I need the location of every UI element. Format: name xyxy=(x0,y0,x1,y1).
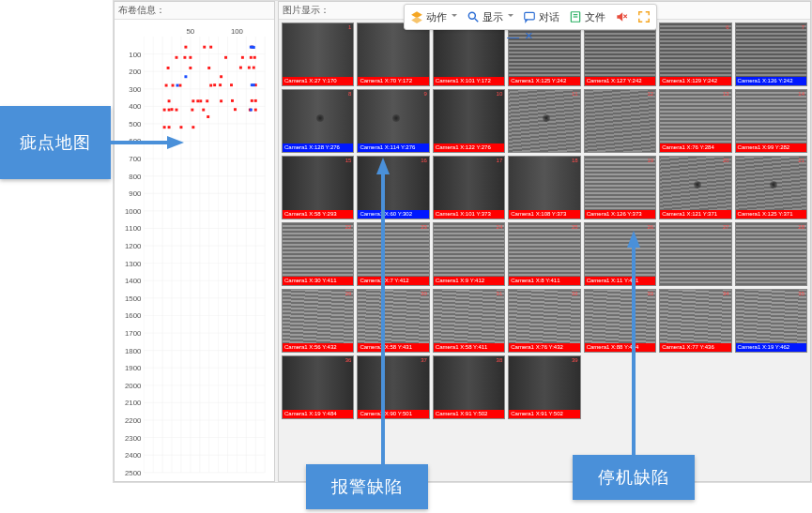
thumbnail[interactable]: 20Camera1 X:121 Y:371 xyxy=(659,156,731,219)
map-point[interactable] xyxy=(167,67,170,69)
map-point[interactable] xyxy=(230,83,233,86)
toolbar-mute[interactable] xyxy=(615,10,628,23)
thumbnail[interactable]: 1Camera1 X:27 Y:170 xyxy=(282,23,354,86)
map-point[interactable] xyxy=(254,109,257,112)
map-point[interactable] xyxy=(219,83,222,86)
thumbnail[interactable]: 8Camera1 X:128 Y:276 xyxy=(282,89,354,153)
thumbnail[interactable]: 34Camera1 X:77 Y:436 xyxy=(659,289,731,353)
thumbnail[interactable]: 26Camera1 X:11 Y:411 xyxy=(584,222,656,286)
thumbnail[interactable]: 23Camera1 X:7 Y:412 xyxy=(357,222,429,286)
map-point[interactable] xyxy=(224,56,227,59)
map-point[interactable] xyxy=(209,46,212,49)
thumbnail[interactable]: 12 xyxy=(584,89,656,153)
map-point[interactable] xyxy=(250,109,253,112)
map-point[interactable] xyxy=(192,99,194,102)
map-point[interactable] xyxy=(231,99,234,102)
map-point[interactable] xyxy=(189,67,192,69)
thumbnail[interactable]: 24Camera1 X:9 Y:412 xyxy=(433,222,505,286)
map-point[interactable] xyxy=(184,75,187,78)
thumbnail[interactable]: 27 xyxy=(659,222,731,286)
thumbnail[interactable]: 15Camera1 X:58 Y:293 xyxy=(282,156,354,219)
map-point[interactable] xyxy=(248,67,251,69)
map-point[interactable] xyxy=(251,99,253,102)
map-point[interactable] xyxy=(168,109,171,112)
thumbnail[interactable]: 5Camera1 X:127 Y:242 xyxy=(584,23,656,86)
map-point[interactable] xyxy=(253,56,256,59)
map-point[interactable] xyxy=(192,126,194,128)
map-point[interactable] xyxy=(178,84,181,87)
thumbnails-scroll[interactable]: 1Camera1 X:27 Y:1702Camera1 X:70 Y:1723C… xyxy=(279,20,810,481)
map-point[interactable] xyxy=(253,67,255,69)
map-point[interactable] xyxy=(176,109,178,112)
thumbnail[interactable]: 39Camera1 X:91 Y:502 xyxy=(508,355,580,419)
thumbnail[interactable]: 33Camera1 X:88 Y:434 xyxy=(584,289,656,353)
thumbnail[interactable]: 32Camera1 X:76 Y:432 xyxy=(508,289,580,353)
thumbnail[interactable]: 16Camera1 X:60 Y:302 xyxy=(357,156,429,219)
thumbnail[interactable]: 37Camera1 X:90 Y:501 xyxy=(357,355,429,419)
thumbnail[interactable]: 25Camera1 X:8 Y:411 xyxy=(508,222,580,286)
map-point[interactable] xyxy=(253,46,255,49)
thumbnail[interactable]: 6Camera1 X:129 Y:242 xyxy=(659,23,731,86)
close-button[interactable]: × xyxy=(525,30,533,44)
map-point[interactable] xyxy=(254,99,257,102)
thumbnail[interactable]: 11 xyxy=(508,89,580,153)
thumbnail[interactable]: 30Camera1 X:58 Y:431 xyxy=(357,289,429,353)
map-point[interactable] xyxy=(202,109,205,112)
map-point[interactable] xyxy=(171,108,174,111)
thumbnail[interactable]: 28 xyxy=(735,222,807,286)
thumbnail[interactable]: 21Camera1 X:125 Y:371 xyxy=(735,156,807,219)
thumbnail[interactable]: 14Camera1 X:99 Y:282 xyxy=(735,89,807,153)
thumbnail[interactable]: 18Camera1 X:108 Y:373 xyxy=(508,156,580,219)
map-point[interactable] xyxy=(239,67,242,69)
thumbnail[interactable]: 36Camera1 X:19 Y:484 xyxy=(282,355,354,419)
thumbnail[interactable]: 3Camera1 X:101 Y:172 xyxy=(433,23,505,86)
thumbnail[interactable]: 13Camera1 X:76 Y:284 xyxy=(659,89,731,153)
toolbar-expand[interactable] xyxy=(637,10,651,23)
toolbar-display[interactable]: 显示 xyxy=(467,10,513,24)
map-point[interactable] xyxy=(234,108,237,111)
map-point[interactable] xyxy=(184,46,187,49)
map-point[interactable] xyxy=(176,84,179,87)
toolbar-action[interactable]: 动作 xyxy=(410,10,457,24)
map-point[interactable] xyxy=(203,46,206,49)
map-point[interactable] xyxy=(191,109,193,112)
map-point[interactable] xyxy=(168,126,171,128)
map-point[interactable] xyxy=(253,83,255,86)
thumbnail[interactable]: 22Camera1 X:30 Y:411 xyxy=(282,222,354,286)
map-point[interactable] xyxy=(213,83,216,86)
map-point[interactable] xyxy=(172,84,175,87)
map-point[interactable] xyxy=(220,99,222,102)
map-point[interactable] xyxy=(196,99,199,102)
map-point[interactable] xyxy=(176,56,178,59)
map-point[interactable] xyxy=(207,67,210,69)
thumbnail[interactable]: 35Camera1 X:19 Y:462 xyxy=(735,289,807,353)
thumbnail-label: Camera1 X:125 Y:371 xyxy=(736,210,806,219)
minimize-button[interactable]: — xyxy=(507,30,519,44)
thumbnail[interactable]: 10Camera1 X:122 Y:276 xyxy=(433,89,505,153)
map-point[interactable] xyxy=(183,56,186,59)
thumbnail[interactable]: 17Camera1 X:101 Y:373 xyxy=(433,156,505,219)
defect-map[interactable]: 1002003004005006007008009001000110012001… xyxy=(115,20,274,481)
thumbnail[interactable]: 2Camera1 X:70 Y:172 xyxy=(357,23,429,86)
map-point[interactable] xyxy=(207,115,209,118)
map-point[interactable] xyxy=(189,56,192,59)
thumbnail[interactable]: 9Camera1 X:114 Y:276 xyxy=(357,89,429,153)
thumbnail[interactable]: 29Camera1 X:56 Y:432 xyxy=(282,289,354,353)
map-point[interactable] xyxy=(165,84,168,87)
thumbnail[interactable]: 19Camera1 X:126 Y:373 xyxy=(584,156,656,219)
map-point[interactable] xyxy=(206,99,208,102)
thumbnail[interactable]: 31Camera1 X:58 Y:411 xyxy=(433,289,505,353)
thumbnail[interactable]: 7Camera1 X:126 Y:242 xyxy=(735,23,807,86)
thumbnail[interactable]: 38Camera1 X:91 Y:502 xyxy=(433,355,505,419)
map-point[interactable] xyxy=(209,84,212,87)
map-point[interactable] xyxy=(220,75,222,78)
map-point[interactable] xyxy=(163,126,166,128)
toolbar-file[interactable]: 文件 xyxy=(569,10,605,24)
toolbar-dialog[interactable]: 对话 xyxy=(523,10,559,24)
map-point[interactable] xyxy=(163,109,166,112)
map-point[interactable] xyxy=(241,56,244,59)
map-point[interactable] xyxy=(179,126,182,128)
map-point[interactable] xyxy=(199,99,202,102)
map-point[interactable] xyxy=(250,56,253,59)
map-point[interactable] xyxy=(168,99,171,102)
